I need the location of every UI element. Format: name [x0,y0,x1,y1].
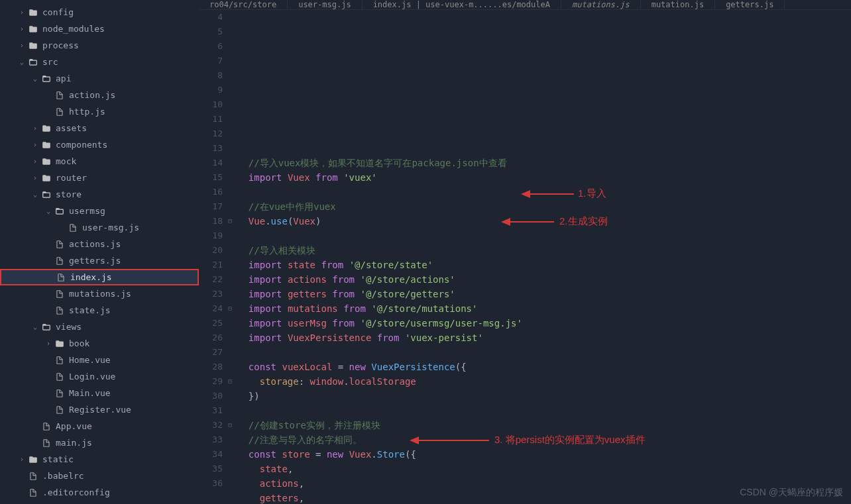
tree-item-main-js[interactable]: main.js [0,434,199,451]
tree-item-label: views [56,322,82,332]
code-line[interactable]: import actions from '@/store/actions' [237,272,851,287]
tree-item-views[interactable]: ⌄views [0,319,199,335]
chevron-icon[interactable]: › [19,9,25,16]
code-line[interactable] [237,345,851,360]
tree-item-label: mutations.js [69,289,131,299]
folder-open-icon [41,322,52,332]
tab-1[interactable]: user-msg.js [288,0,362,9]
tree-item-router[interactable]: ›router [0,170,199,186]
chevron-icon[interactable]: ⌄ [32,191,38,198]
folder-open-icon [41,189,52,200]
chevron-icon[interactable]: › [32,125,38,132]
code-line[interactable] [237,228,851,243]
code-line[interactable]: //导入相关模块 [237,243,851,258]
fold-marker[interactable]: ⊟ [228,418,237,432]
tree-item-mutations-js[interactable]: mutations.js [0,285,199,302]
code-line[interactable]: import Vuex from 'vuex' [237,170,851,185]
code-line[interactable]: //导入vuex模块，如果不知道名字可在package.json中查看 [237,156,851,170]
tree-item-api[interactable]: ⌄api [0,70,199,87]
svg-marker-1 [521,190,530,198]
tree-item--editorconfig[interactable]: .editorconfig [0,484,199,501]
tree-item-actions-js[interactable]: actions.js [0,236,199,252]
tree-item-book[interactable]: ›book [0,335,199,352]
folder-icon [28,7,38,18]
tab-2[interactable]: index.js | use-vuex-m......es/moduleA [363,0,561,9]
chevron-icon[interactable]: › [19,456,25,463]
chevron-icon[interactable]: ⌄ [32,323,38,330]
tab-5[interactable]: getters.js [715,0,785,9]
fold-marker[interactable]: ⊟ [228,301,237,316]
fold-marker [228,126,237,141]
tree-item-Main-vue[interactable]: Main.vue [0,385,199,401]
tree-item-config[interactable]: ›config [0,4,199,21]
tree-item-components[interactable]: ›components [0,136,199,153]
tree-item-getters-js[interactable]: getters.js [0,252,199,269]
code-line[interactable]: import VuexPersistence from 'vuex-persis… [237,330,851,345]
code-line[interactable]: import mutations from '@/store/mutations… [237,301,851,316]
file-icon [54,372,65,382]
code-line[interactable]: import getters from '@/store/getters' [237,287,851,301]
tree-item-index-js[interactable]: index.js [0,269,199,285]
fold-gutter[interactable]: ⊟⊟⊟⊟ [228,10,237,504]
chevron-icon[interactable]: ⌄ [19,58,25,66]
svg-marker-3 [501,218,510,226]
code-line[interactable]: }) [237,389,851,403]
file-icon [54,405,65,415]
fold-marker [228,199,237,214]
code-line[interactable]: //创建store实例，并注册模块 [237,418,851,432]
tree-item-Register-vue[interactable]: Register.vue [0,401,199,418]
chevron-icon[interactable]: › [32,158,38,165]
code-line[interactable]: storage: window.localStorage [237,374,851,389]
tree-item-src[interactable]: ⌄src [0,54,199,70]
fold-marker[interactable]: ⊟ [228,214,237,228]
chevron-icon[interactable]: › [45,340,52,347]
code-editor[interactable]: 4567891011121314151617181920212223242526… [199,10,851,504]
tab-0[interactable]: ro04/src/store [199,0,288,9]
code-line[interactable]: const vuexLocal = new VuexPersistence({ [237,360,851,374]
fold-marker[interactable]: ⊟ [228,374,237,389]
code-line[interactable]: state, [237,462,851,476]
folder-icon [41,173,52,183]
tree-item-App-vue[interactable]: App.vue [0,418,199,434]
code-line[interactable]: const store = new Vuex.Store({ [237,447,851,462]
tree-item-user-msg-js[interactable]: user-msg.js [0,219,199,236]
tree-item-usermsg[interactable]: ⌄usermsg [0,203,199,219]
tree-item-assets[interactable]: ›assets [0,120,199,136]
fold-marker [228,287,237,301]
code-line[interactable]: //在vue中作用vuex [237,199,851,214]
chevron-icon[interactable]: ⌄ [32,75,38,82]
tree-item-mock[interactable]: ›mock [0,153,199,170]
chevron-icon[interactable]: › [32,174,38,181]
file-explorer[interactable]: ›config›node_modules›process⌄src⌄apiacti… [0,0,199,504]
folder-icon [28,40,38,51]
tab-4[interactable]: mutation.js [641,0,715,9]
folder-icon [28,454,38,465]
tree-item-Login-vue[interactable]: Login.vue [0,368,199,385]
chevron-icon[interactable]: › [32,141,38,148]
code-line[interactable] [237,403,851,418]
tab-3[interactable]: mutations.js [561,0,641,9]
line-number: 16 [199,185,223,199]
tree-item-action-js[interactable]: action.js [0,87,199,103]
tree-item-process[interactable]: ›process [0,37,199,54]
chevron-icon[interactable]: ⌄ [45,207,52,215]
tree-item-node_modules[interactable]: ›node_modules [0,21,199,37]
chevron-icon[interactable]: › [19,42,25,49]
line-number: 12 [199,126,223,141]
tree-item-static[interactable]: ›static [0,451,199,468]
tree-item-label: user-msg.js [82,223,139,232]
chevron-icon[interactable]: › [19,25,25,32]
tree-item-Home-vue[interactable]: Home.vue [0,352,199,368]
code-content[interactable]: 1.导入 2.生成实例 3. 将persist的实例配置为vuex插件 //导入… [237,10,851,504]
tree-item-http-js[interactable]: http.js [0,103,199,120]
tree-item-store[interactable]: ⌄store [0,186,199,203]
code-line[interactable]: import userMsg from '@/store/usermsg/use… [237,316,851,330]
tree-item--babelrc[interactable]: .babelrc [0,468,199,484]
tree-item-label: node_modules [42,24,105,34]
fold-marker [228,156,237,170]
folder-icon [54,338,65,349]
tree-item-state-js[interactable]: state.js [0,302,199,319]
tree-item-label: state.js [69,305,111,315]
fold-marker [228,112,237,126]
code-line[interactable]: import state from '@/store/state' [237,258,851,272]
